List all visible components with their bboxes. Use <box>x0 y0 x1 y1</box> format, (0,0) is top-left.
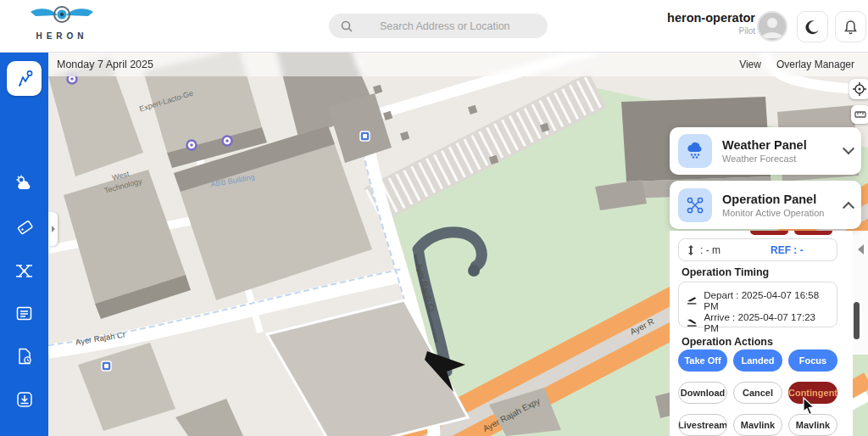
file-clock-icon <box>15 347 34 366</box>
operation-panel-body: : - m REF : - Operation Timing Depart : … <box>670 231 853 436</box>
operation-panel-title: Operation Panel <box>722 193 824 206</box>
search-input[interactable] <box>380 20 532 32</box>
search-icon <box>341 20 353 32</box>
weather-panel-title: Weather Panel <box>722 138 807 152</box>
app-logo: HERON <box>24 5 100 41</box>
arrive-label: Arrive : 2025-04-07 17:23 PM <box>704 311 829 333</box>
operation-timing-heading: Operation Timing <box>682 266 769 278</box>
sidebar-nav <box>0 53 48 436</box>
top-header: HERON heron-operator Pilot <box>0 0 868 53</box>
panel-collapse-chevron[interactable] <box>858 244 864 254</box>
chevron-down-icon[interactable] <box>843 143 854 154</box>
drone-blue-icon <box>685 195 705 215</box>
operation-panel-icon-tile <box>678 188 712 222</box>
rain-cloud-icon <box>685 141 705 161</box>
sidebar-item-weather[interactable] <box>0 165 48 202</box>
bell-icon <box>843 20 858 35</box>
list-icon <box>15 305 33 322</box>
logo-text: HERON <box>24 31 100 41</box>
notifications-button[interactable] <box>835 11 866 42</box>
target-icon <box>853 82 866 96</box>
depart-row: Depart : 2025-04-07 16:58 PM <box>687 289 829 311</box>
livestream-button[interactable]: Livestream <box>678 414 727 436</box>
depart-label: Depart : 2025-04-07 16:58 PM <box>704 289 829 311</box>
menu-view[interactable]: View <box>739 59 761 70</box>
sidebar-item-drones[interactable] <box>0 252 48 289</box>
ruler-icon <box>854 109 866 120</box>
cancel-button[interactable]: Cancel <box>733 382 782 404</box>
theme-toggle-button[interactable] <box>797 11 828 42</box>
focus-button[interactable]: Focus <box>788 349 837 372</box>
operation-panel-header[interactable]: Operation Panel Monitor Active Operation <box>670 181 861 229</box>
moon-icon <box>805 20 821 35</box>
operation-timing-box: Depart : 2025-04-07 16:58 PM Arrive : 20… <box>678 282 837 327</box>
measure-button[interactable] <box>851 105 868 124</box>
weather-panel-subtitle: Weather Forecast <box>722 154 807 164</box>
user-name: heron-operator <box>667 11 755 25</box>
arrive-icon <box>687 317 698 327</box>
avatar[interactable] <box>757 11 787 42</box>
user-info: heron-operator Pilot <box>667 11 755 36</box>
depart-icon <box>687 295 698 305</box>
operation-actions-heading: Operation Actions <box>682 336 773 348</box>
weather-panel-header[interactable]: Weather Panel Weather Forecast <box>670 127 861 175</box>
altitude-value: : - m <box>700 244 721 256</box>
ref-value[interactable]: REF : - <box>771 244 804 256</box>
sidebar-expand-handle[interactable] <box>48 212 58 246</box>
locate-button[interactable] <box>849 79 868 99</box>
sidebar-item-operations-active[interactable] <box>7 61 42 96</box>
map-topbar: Monday 7 April 2025 View Overlay Manager <box>48 53 868 76</box>
contingent-button[interactable]: Contingent <box>788 382 837 404</box>
sun-cloud-icon <box>14 174 34 193</box>
mavlink-secondary-button[interactable]: Mavlink <box>788 414 837 436</box>
altitude-ref-box: : - m REF : - <box>678 238 837 261</box>
map-date-label: Monday 7 April 2025 <box>57 59 153 70</box>
sidebar-item-tags[interactable] <box>0 209 48 246</box>
operation-panel-subtitle: Monitor Active Operation <box>722 208 824 218</box>
sidebar-item-reports[interactable] <box>0 338 48 375</box>
tag-icon <box>15 218 34 237</box>
clipped-red-button-fragment <box>794 231 832 235</box>
heron-wings-icon <box>29 5 95 27</box>
drone-icon <box>14 261 34 281</box>
chevron-up-icon[interactable] <box>843 201 854 213</box>
take-off-button[interactable]: Take Off <box>678 349 727 372</box>
weather-panel-icon-tile <box>678 134 712 168</box>
mavlink-button[interactable]: Mavlink <box>733 414 782 436</box>
landed-button[interactable]: Landed <box>733 349 782 372</box>
arrive-row: Arrive : 2025-04-07 17:23 PM <box>687 311 829 333</box>
sidebar-item-logs[interactable] <box>0 294 48 332</box>
user-role: Pilot <box>667 26 755 36</box>
sidebar-item-downloads[interactable] <box>0 381 48 418</box>
panel-scrollbar-thumb[interactable] <box>854 302 860 339</box>
clipped-red-button-fragment <box>750 231 788 235</box>
altitude-icon <box>687 244 695 256</box>
search-bar[interactable] <box>329 14 548 38</box>
menu-overlay-manager[interactable]: Overlay Manager <box>776 59 854 70</box>
route-map-icon <box>15 70 34 88</box>
person-icon <box>759 13 786 40</box>
operation-actions-grid: Take Off Landed Focus Download Cancel Co… <box>678 349 837 436</box>
download-button[interactable]: Download <box>678 382 727 404</box>
download-icon <box>15 390 34 409</box>
app-window: Expert-Lacto-Ge West Technology ABB Buil… <box>0 0 868 436</box>
